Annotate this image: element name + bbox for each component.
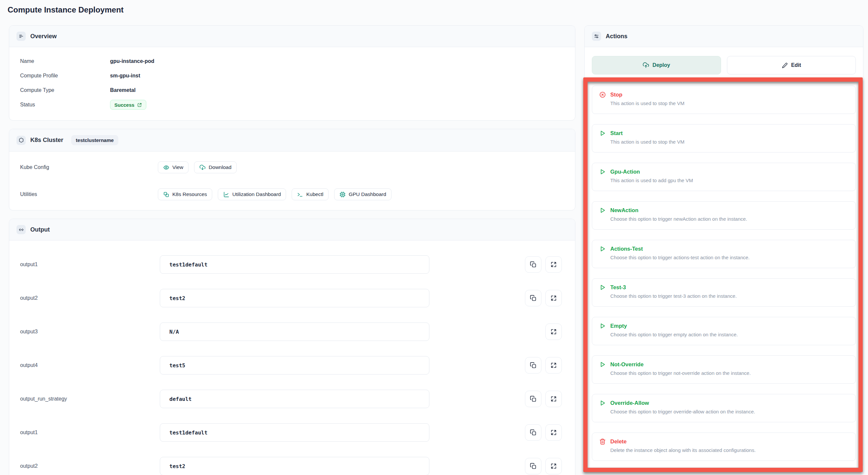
- expand-button[interactable]: [546, 391, 562, 407]
- output-value-field[interactable]: test5: [160, 356, 429, 375]
- chart-line-icon: [223, 191, 229, 198]
- field-label: Kube Config: [20, 164, 158, 170]
- copy-icon: [530, 429, 536, 436]
- output-row-actions: [525, 290, 562, 306]
- stop-circle-icon: [599, 91, 606, 98]
- output-value-field[interactable]: test2: [160, 457, 429, 475]
- trash-icon: [599, 438, 606, 445]
- deploy-button[interactable]: Deploy: [592, 56, 721, 74]
- action-item-name: Test-3: [610, 284, 626, 290]
- action-item-name: Empty: [610, 323, 627, 329]
- output-value: test2: [169, 295, 185, 302]
- output-value: test2: [169, 463, 185, 469]
- output-title: Output: [30, 226, 50, 233]
- action-item-actions-test[interactable]: Actions-TestChoose this option to trigge…: [592, 240, 856, 268]
- action-item-title: Gpu-Action: [599, 168, 849, 175]
- action-item-description: Choose this option to trigger not-overri…: [610, 370, 849, 376]
- action-item-name: Start: [610, 130, 623, 136]
- terminal-icon: [297, 191, 303, 198]
- action-item-description: Delete the instance object along with it…: [610, 447, 849, 453]
- play-icon: [599, 168, 606, 175]
- output-value-field[interactable]: test1default: [160, 255, 429, 274]
- copy-button[interactable]: [525, 357, 541, 374]
- status-badge-label: Success: [114, 102, 134, 108]
- copy-button[interactable]: [525, 424, 541, 441]
- action-item-test-3[interactable]: Test-3Choose this option to trigger test…: [592, 278, 856, 307]
- copy-button[interactable]: [525, 256, 541, 273]
- expand-icon: [550, 328, 557, 335]
- output-value-field[interactable]: default: [160, 390, 429, 408]
- expand-button[interactable]: [546, 357, 562, 374]
- output-label: output1: [20, 261, 160, 267]
- expand-icon: [550, 429, 557, 436]
- output-row-actions: [525, 458, 562, 474]
- action-item-delete[interactable]: DeleteDelete the instance object along w…: [592, 433, 856, 461]
- right-column: Actions Deploy: [584, 25, 863, 468]
- field-label: Name: [20, 58, 110, 64]
- expand-button[interactable]: [546, 290, 562, 306]
- action-item-gpu-action[interactable]: Gpu-ActionThis action is used to add gpu…: [592, 163, 856, 191]
- expand-button[interactable]: [546, 424, 562, 441]
- actions-title: Actions: [606, 33, 627, 40]
- action-item-stop[interactable]: StopThis action is used to stop the VM: [592, 86, 856, 114]
- main-layout: Overview Namegpu-instance-podCompute Pro…: [9, 25, 863, 475]
- edit-button[interactable]: Edit: [727, 56, 856, 74]
- expand-button[interactable]: [546, 458, 562, 474]
- copy-button[interactable]: [525, 290, 541, 306]
- action-item-title: Test-3: [599, 284, 849, 291]
- k8s-cluster-header: K8s Cluster testclustername: [9, 129, 575, 152]
- action-item-not-override[interactable]: Not-OverrideChoose this option to trigge…: [592, 355, 856, 384]
- external-link-icon: [137, 102, 142, 107]
- output-label: output4: [20, 362, 160, 368]
- action-item-title: Not-Override: [599, 361, 849, 368]
- play-icon: [599, 207, 606, 214]
- cloud-download-icon: [199, 164, 206, 171]
- field-label: Compute Type: [20, 87, 110, 93]
- action-item-description: Choose this option to trigger test-3 act…: [610, 293, 849, 299]
- k8s-resources-button[interactable]: K8s Resources: [158, 188, 212, 200]
- output-card: Output output1test1defaultoutput2test2ou…: [9, 219, 576, 475]
- button-label: GPU Dashboard: [349, 191, 386, 197]
- status-badge[interactable]: Success: [110, 100, 146, 110]
- output-label: output1: [20, 430, 160, 436]
- action-item-name: NewAction: [610, 207, 638, 214]
- overview-title: Overview: [30, 33, 57, 40]
- overview-body: Namegpu-instance-podCompute Profilesm-gp…: [9, 47, 575, 120]
- action-item-title: Empty: [599, 322, 849, 329]
- play-icon: [599, 245, 606, 252]
- action-item-description: Choose this option to trigger newAction …: [610, 216, 849, 222]
- sliders-icon: [592, 32, 601, 41]
- k8s-cluster-card: K8s Cluster testclustername Kube ConfigV…: [9, 129, 576, 211]
- k8s-row: UtilitiesK8s ResourcesUtilization Dashbo…: [20, 188, 564, 200]
- output-value-field[interactable]: test2: [160, 289, 429, 307]
- kubectl-button[interactable]: Kubectl: [292, 188, 329, 200]
- download-button[interactable]: Download: [194, 161, 237, 173]
- output-row: output1test1default: [20, 423, 562, 442]
- copy-button[interactable]: [525, 391, 541, 407]
- gpu-dashboard-button[interactable]: GPU Dashboard: [334, 188, 392, 200]
- action-item-newaction[interactable]: NewActionChoose this option to trigger n…: [592, 201, 856, 230]
- output-value-field[interactable]: N/A: [160, 322, 429, 341]
- compute-instance-deployment-page: Compute Instance Deployment Overview Nam…: [0, 0, 868, 475]
- action-item-name: Gpu-Action: [610, 169, 640, 175]
- copy-icon: [530, 362, 536, 369]
- view-button[interactable]: View: [158, 161, 188, 173]
- output-value-field[interactable]: test1default: [160, 423, 429, 442]
- copy-button[interactable]: [525, 458, 541, 474]
- action-item-empty[interactable]: EmptyChoose this option to trigger empty…: [592, 317, 856, 345]
- action-item-override-allow[interactable]: Override-AllowChoose this option to trig…: [592, 394, 856, 422]
- field-label: Utilities: [20, 191, 158, 197]
- utilization-dashboard-button[interactable]: Utilization Dashboard: [218, 188, 286, 200]
- output-row: output_run_strategydefault: [20, 390, 562, 408]
- expand-button[interactable]: [546, 323, 562, 340]
- action-item-start[interactable]: StartThis action is used to stop the VM: [592, 124, 856, 153]
- page-title: Compute Instance Deployment: [7, 4, 124, 15]
- action-item-name: Stop: [610, 92, 622, 98]
- output-value: test1default: [169, 261, 208, 268]
- copy-icon: [530, 295, 536, 302]
- output-row: output1test1default: [20, 255, 562, 274]
- field-value: gpu-instance-pod: [110, 58, 154, 64]
- expand-button[interactable]: [546, 256, 562, 273]
- output-row-actions: [525, 357, 562, 374]
- overview-status-row: StatusSuccess: [20, 97, 564, 112]
